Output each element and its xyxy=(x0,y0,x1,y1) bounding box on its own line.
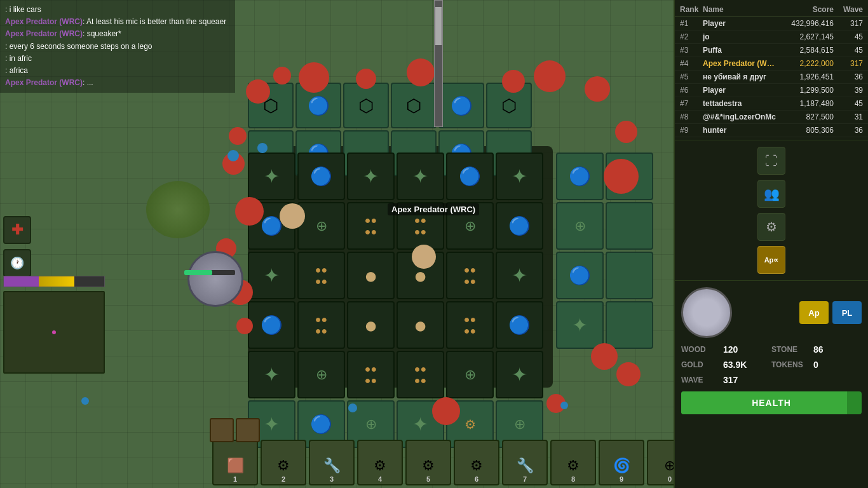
avatar-buttons: Ap PL xyxy=(799,301,862,324)
score-name: Player xyxy=(703,86,776,95)
health-bar: HEALTH xyxy=(681,391,862,414)
hotbar-slot-6[interactable]: ⚙ 6 xyxy=(454,440,499,485)
hotbar-slot-number: 1 xyxy=(233,475,237,483)
score-name: Puffa xyxy=(703,46,776,55)
score-name: hunter xyxy=(703,126,776,135)
score-score: 805,306 xyxy=(776,126,834,135)
expand-icon-button[interactable]: ⛶ xyxy=(757,147,785,175)
score-wave: 317 xyxy=(834,59,863,68)
hotbar-slot-icon: ⚙ xyxy=(422,458,435,474)
score-row: #8 @#&*ingLozerOnMc 827,500 31 xyxy=(675,111,868,124)
score-header: Score xyxy=(776,5,834,14)
tokens-stat: TOKENS 0 xyxy=(771,358,862,371)
score-score: 827,500 xyxy=(776,112,834,121)
chat-message: : africa xyxy=(5,65,230,77)
crosshair-button[interactable]: ✚ xyxy=(3,216,31,244)
hotbar-slot-icon: 🔧 xyxy=(517,458,534,474)
enemy-circle xyxy=(273,67,291,85)
score-score: 2,222,000 xyxy=(776,59,834,68)
big-player xyxy=(187,251,243,307)
hotbar-slot-5[interactable]: ⚙ 5 xyxy=(405,440,451,485)
score-name: tettadestra xyxy=(703,99,776,108)
chat-scrollbar-thumb[interactable] xyxy=(435,7,442,45)
score-row: #9 hunter 805,306 36 xyxy=(675,124,868,137)
chat-message: : i like cars xyxy=(5,4,230,16)
hotbar-slot-icon: ⚙ xyxy=(470,458,483,474)
people-icon-button[interactable]: 👥 xyxy=(757,180,785,208)
hotbar-slot-number: 9 xyxy=(620,475,623,483)
score-row: #1 Player 432,996,416 317 xyxy=(675,17,868,30)
score-score: 1,187,480 xyxy=(776,99,834,108)
score-name: jo xyxy=(703,32,776,41)
hotbar-slot-1[interactable]: 🟫 1 xyxy=(212,440,258,485)
hotbar-slot-number: 0 xyxy=(668,475,672,483)
score-wave: 45 xyxy=(834,99,863,108)
enemy-circle xyxy=(246,79,270,104)
hotbar-slot-3[interactable]: 🔧 3 xyxy=(309,440,355,485)
enemy-circle xyxy=(236,318,253,334)
hotbar-slot-icon: 🔧 xyxy=(323,458,341,474)
blue-orb xyxy=(560,402,568,409)
right-icons: ⛶ 👥 ⚙ Ap∝ xyxy=(675,140,868,280)
game-area: ⬡ 🔵 ⬡ ⬡ 🔵 ⬡ 🔵 🔵 ✦ 🔵 ✦ ✦ 🔵 ✦ 🔵 ⊕ ●●●● ●●●… xyxy=(0,0,674,488)
bottom-left-panel xyxy=(3,276,105,374)
minimap-player-dot xyxy=(52,330,56,334)
enemy-circle xyxy=(591,343,618,370)
right-panel: Rank Name Score Wave #1 Player 432,996,4… xyxy=(674,0,868,488)
enemy-circle xyxy=(604,159,639,194)
enemy-circle xyxy=(585,76,610,102)
score-score: 2,584,615 xyxy=(776,46,834,55)
health-label: HEALTH xyxy=(752,398,791,408)
tree xyxy=(146,181,210,238)
hotbar-slot-number: 3 xyxy=(330,475,334,483)
hotbar-slot-4[interactable]: ⚙ 4 xyxy=(357,440,403,485)
hotbar-slot-icon: ⚙ xyxy=(277,458,290,474)
wave-header: Wave xyxy=(834,5,863,14)
score-row: #3 Puffa 2,584,615 45 xyxy=(675,44,868,57)
enemy-circle xyxy=(356,69,376,89)
hotbar-slot-7[interactable]: 🔧 7 xyxy=(502,440,548,485)
score-score: 1,926,451 xyxy=(776,72,834,81)
name-header: Name xyxy=(703,5,776,14)
resource-box xyxy=(210,418,234,442)
pl-button[interactable]: PL xyxy=(832,301,862,324)
score-rank: #4 xyxy=(680,59,703,68)
stone-stat: STONE 86 xyxy=(771,343,862,356)
apex-badge[interactable]: Ap∝ xyxy=(757,246,785,274)
hotbar-slot-icon: ⚙ xyxy=(567,458,580,474)
blue-orb xyxy=(348,403,357,412)
hotbar-slot-0[interactable]: ⊕ 0 xyxy=(647,440,674,485)
enemy-circle xyxy=(235,197,264,226)
hotbar-slot-2[interactable]: ⚙ 2 xyxy=(261,440,306,485)
score-rank: #5 xyxy=(680,72,703,81)
hotbar-slot-number: 5 xyxy=(426,475,430,483)
player-avatar xyxy=(681,287,732,338)
score-row: #4 Apex Predator (WRC) 2,222,000 317 xyxy=(675,57,868,71)
score-wave: 45 xyxy=(834,32,863,41)
score-rank: #8 xyxy=(680,112,703,121)
score-row: #6 Player 1,299,500 39 xyxy=(675,84,868,97)
chat-message: Apex Predator (WRC): squeaker* xyxy=(5,28,230,40)
chat-scrollbar[interactable] xyxy=(434,0,443,127)
hotbar-slot-number: 4 xyxy=(378,475,382,483)
chat-message: Apex Predator (WRC): At least his mic is… xyxy=(5,16,230,28)
hotbar-slot-icon: ⚙ xyxy=(374,458,386,474)
score-wave: 39 xyxy=(834,86,863,95)
score-wave: 31 xyxy=(834,112,863,121)
hotbar-slot-9[interactable]: 🌀 9 xyxy=(599,440,644,485)
score-wave: 36 xyxy=(834,72,863,81)
score-name: Apex Predator (WRC) xyxy=(703,59,776,68)
xp-bar xyxy=(3,276,105,287)
enemy-circle xyxy=(534,60,566,92)
score-wave: 36 xyxy=(834,126,863,135)
clock-button[interactable]: 🕐 xyxy=(3,249,31,277)
left-icons: ✚ 🕐 xyxy=(3,216,31,277)
rank-header: Rank xyxy=(680,5,703,14)
wave-stat: WAVE 317 xyxy=(681,374,862,386)
stats-grid: WOOD 120 STONE 86 GOLD 63.9K TOKENS 0 WA… xyxy=(681,343,862,386)
enemy-circle xyxy=(432,397,460,425)
score-rank: #1 xyxy=(680,19,703,28)
settings-button[interactable]: ⚙ xyxy=(757,213,785,241)
hotbar-slot-8[interactable]: ⚙ 8 xyxy=(550,440,596,485)
ap-button[interactable]: Ap xyxy=(799,301,829,324)
